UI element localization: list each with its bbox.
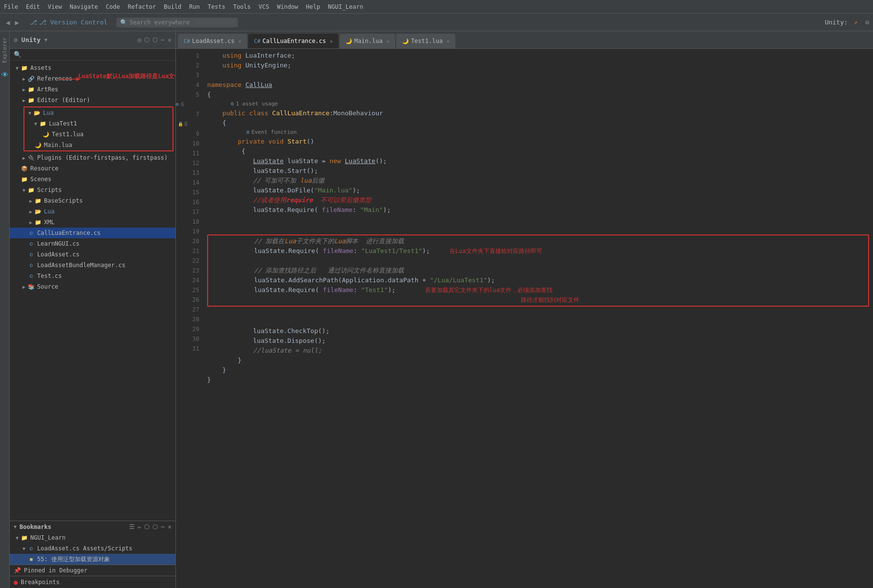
lua-folder-icon: 📂 (33, 109, 41, 117)
code-editor[interactable]: 1 2 3 4 5 ⚙6 7 🔒8 9 10 11 12 13 14 15 16… (176, 49, 873, 588)
menu-edit[interactable]: Edit (26, 3, 40, 10)
tree-item-xml[interactable]: ▶ 📁 XML (10, 217, 175, 228)
line-num-13: 13 (176, 168, 203, 178)
bookmark-loadasset[interactable]: ▼ © LoadAsset.cs Assets/Scripts (10, 543, 175, 554)
tree-item-basescripts[interactable]: ▶ 📁 BaseScripts (10, 195, 175, 206)
bookmarks-more-icon[interactable]: ⋯ (161, 523, 165, 530)
menu-file[interactable]: File (4, 3, 18, 10)
locate-icon[interactable]: ◎ (138, 36, 142, 43)
line-num-26: 26 (176, 295, 203, 305)
more-icon[interactable]: ⋯ (161, 36, 165, 43)
menu-tools[interactable]: Tools (233, 3, 251, 10)
source-arrow: ▶ (21, 283, 27, 290)
tree-item-references[interactable]: ▶ 🔗 References (10, 73, 175, 84)
xml-icon: 📁 (34, 218, 42, 226)
toolbar: ◀ ▶ ⎇ ⎇ Version Control 🔍 Search everywh… (0, 14, 873, 31)
scripts-label: Scripts (37, 187, 62, 193)
tree-item-scripts-lua[interactable]: ▶ 📂 Lua (10, 206, 175, 217)
back-button[interactable]: ◀ (4, 18, 12, 27)
tab-mainlua[interactable]: 🌙 Main.lua ✕ (340, 34, 395, 48)
tree-item-assets[interactable]: ▼ 📁 Assets (10, 63, 175, 73)
code-line-22: luaState.AddSearchPath(Application.dataP… (208, 275, 868, 285)
tree-item-resource[interactable]: 📦 Resource (10, 163, 175, 174)
search-everywhere-button[interactable]: 🔍 Search everywhere Shift+Shift (116, 18, 238, 27)
bookmarks-close-icon[interactable]: ✕ (168, 523, 171, 530)
xml-label: XML (44, 219, 55, 226)
menu-refactor[interactable]: Refactor (128, 3, 156, 10)
tab-test1lua[interactable]: 🌙 Test1.lua ✕ (396, 34, 455, 48)
menu-window[interactable]: Window (277, 3, 298, 10)
tree-item-editor[interactable]: ▶ 📁 Editor (Editor) (10, 95, 175, 105)
arrow-icon: ↗ (853, 19, 857, 26)
bookmark-loadasset-arrow: ▼ (21, 545, 27, 552)
tree-item-mainlua[interactable]: 🌙 Main.lua (24, 140, 172, 150)
panel-dropdown-arrow[interactable]: ▼ (44, 37, 47, 42)
bookmarks-collapse-icon[interactable]: ⬡ (152, 523, 158, 530)
tree-item-test[interactable]: © Test.cs (10, 271, 175, 281)
tree-item-scripts[interactable]: ▼ 📁 Scripts (10, 185, 175, 195)
menu-vcs[interactable]: VCS (258, 3, 269, 10)
line-num-16: 16 (176, 197, 203, 207)
menu-help[interactable]: Help (306, 3, 320, 10)
tab-mainlua-close[interactable]: ✕ (386, 39, 389, 44)
tree-item-scenes[interactable]: 📁 Scenes (10, 174, 175, 185)
tree-item-source[interactable]: ▶ 📚 Source (10, 281, 175, 292)
expand-icon[interactable]: ⬡ (144, 36, 149, 43)
tab-test1lua-close[interactable]: ✕ (447, 39, 449, 44)
unity-top-label: Unity: (825, 19, 848, 26)
menu-view[interactable]: View (48, 3, 62, 10)
bookmarks-edit-icon[interactable]: ✏ (138, 523, 142, 530)
code-content[interactable]: using LuaInterface; using UnityEngine; n… (203, 49, 873, 588)
code-line-17 (207, 225, 869, 234)
tree-item-learnngui[interactable]: © LearnNGUI.cs (10, 238, 175, 249)
tree-item-lua[interactable]: ▼ 📂 Lua (24, 107, 172, 118)
line-num-27: 27 (176, 305, 203, 315)
tree-item-callluaentrance[interactable]: © CallLuaEntrance.cs (10, 228, 175, 238)
basescripts-arrow: ▶ (27, 197, 34, 204)
forward-button[interactable]: ▶ (13, 18, 21, 27)
bookmark-ngui[interactable]: ▼ 📁 NGUI_Learn (10, 532, 175, 543)
bookmarks-header[interactable]: ▼ Bookmarks ☰ ✏ ⬡ ⬡ ⋯ ✕ (10, 521, 175, 532)
tree-item-loadassetbundle[interactable]: © LoadAssetBundleManager.cs (10, 260, 175, 271)
collapse-icon[interactable]: ⬡ (152, 36, 158, 43)
code-area: C# LoadAsset.cs ✕ C# CallLuaEntrance.cs … (176, 31, 873, 588)
code-line-19: luaState.Require( fileName: "LuaTest1/Te… (208, 246, 868, 256)
test-label: Test.cs (37, 273, 62, 279)
assets-label: Assets (30, 64, 51, 71)
version-control-button[interactable]: ⎇ ⎇ Version Control (27, 17, 110, 27)
menu-code[interactable]: Code (106, 3, 120, 10)
line-num-21: 21 (176, 246, 203, 256)
tree-item-luatest1[interactable]: ▼ 📁 LuaTest1 (24, 118, 172, 129)
bookmarks-icons: ☰ ✏ ⬡ ⬡ ⋯ ✕ (129, 523, 171, 530)
nav-arrows: ◀ ▶ (4, 18, 21, 27)
references-arrow: ▶ (21, 75, 27, 82)
tab-callluaentrance-close[interactable]: ✕ (330, 39, 333, 44)
eye-icon[interactable]: 👁 (1, 71, 8, 79)
tab-callluaentrance[interactable]: C# CallLuaEntrance.cs ✕ (248, 34, 339, 48)
menu-run[interactable]: Run (189, 3, 200, 10)
scripts-lua-label: Lua (44, 208, 55, 215)
tree-item-loadasset[interactable]: © LoadAsset.cs (10, 249, 175, 260)
tab-loadasset-label: LoadAsset.cs (192, 38, 234, 44)
settings-icon[interactable]: ⚙ (865, 19, 869, 26)
menu-build[interactable]: Build (164, 3, 181, 10)
panel-search-input[interactable] (23, 51, 171, 58)
bookmarks-list-icon[interactable]: ☰ (129, 523, 135, 530)
artres-label: ArtRes (37, 86, 58, 93)
tab-loadasset[interactable]: C# LoadAsset.cs ✕ (178, 34, 247, 48)
close-icon[interactable]: ✕ (168, 36, 171, 43)
bookmarks-expand-arrow: ▼ (14, 524, 17, 529)
resource-icon: 📦 (21, 165, 28, 172)
tree-item-plugins[interactable]: ▶ 🔌 Plugins (Editor-firstpass, firstpass… (10, 152, 175, 163)
bookmark-line55[interactable]: ■ 55: 使用泛型加载资源对象 (10, 554, 175, 565)
code-line-11: luaState.Start(); (207, 166, 869, 176)
menu-ngui[interactable]: NGUI_Learn (328, 3, 363, 10)
code-line-1: using LuaInterface; (207, 51, 869, 61)
menu-navigate[interactable]: Navigate (70, 3, 98, 10)
menu-tests[interactable]: Tests (208, 3, 225, 10)
tree-item-artres[interactable]: ▶ 📁 ArtRes (10, 84, 175, 95)
bookmarks-expand2-icon[interactable]: ⬡ (144, 523, 149, 530)
assets-arrow: ▼ (14, 64, 21, 71)
tree-item-test1lua[interactable]: 🌙 Test1.lua (24, 129, 172, 140)
tab-loadasset-close[interactable]: ✕ (238, 39, 241, 44)
